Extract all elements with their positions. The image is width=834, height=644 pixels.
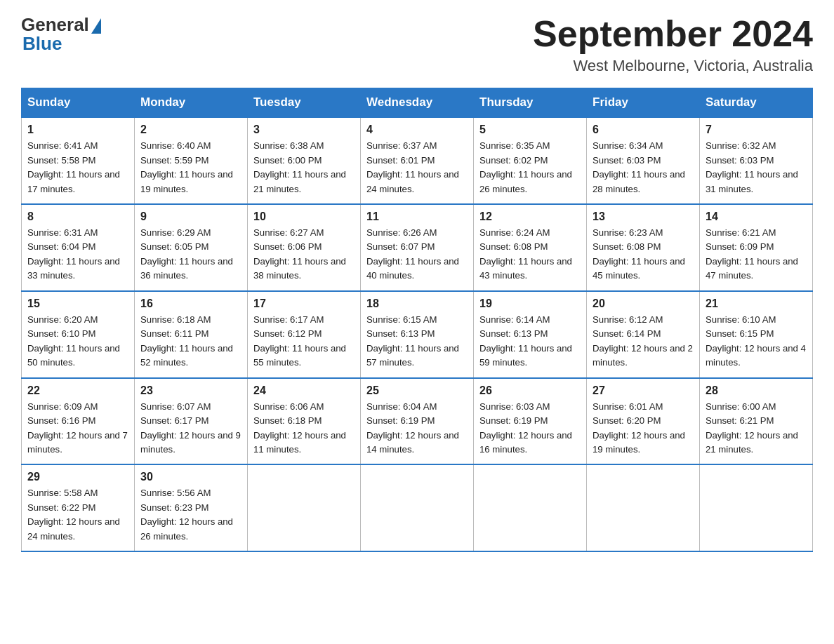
weekday-header-monday: Monday xyxy=(135,88,248,118)
day-info: Sunrise: 6:04 AMSunset: 6:19 PMDaylight:… xyxy=(366,401,459,455)
day-info: Sunrise: 6:31 AMSunset: 6:04 PMDaylight:… xyxy=(27,227,120,281)
day-info: Sunrise: 6:35 AMSunset: 6:02 PMDaylight:… xyxy=(479,140,572,194)
calendar-cell: 29 Sunrise: 5:58 AMSunset: 6:22 PMDaylig… xyxy=(22,464,135,551)
calendar-cell: 1 Sunrise: 6:41 AMSunset: 5:58 PMDayligh… xyxy=(22,117,135,204)
calendar-cell: 5 Sunrise: 6:35 AMSunset: 6:02 PMDayligh… xyxy=(474,117,587,204)
calendar-cell: 9 Sunrise: 6:29 AMSunset: 6:05 PMDayligh… xyxy=(135,204,248,291)
calendar-cell: 16 Sunrise: 6:18 AMSunset: 6:11 PMDaylig… xyxy=(135,291,248,378)
weekday-header-friday: Friday xyxy=(587,88,700,118)
day-number: 22 xyxy=(27,384,128,397)
day-number: 30 xyxy=(140,471,241,483)
calendar-cell xyxy=(361,464,474,551)
day-number: 18 xyxy=(366,297,468,310)
calendar-week-row: 22 Sunrise: 6:09 AMSunset: 6:16 PMDaylig… xyxy=(22,378,813,465)
title-block: September 2024 West Melbourne, Victoria,… xyxy=(533,14,813,75)
day-number: 5 xyxy=(479,123,581,136)
day-number: 9 xyxy=(140,210,241,223)
day-info: Sunrise: 6:20 AMSunset: 6:10 PMDaylight:… xyxy=(27,314,120,368)
day-number: 24 xyxy=(253,384,355,397)
day-info: Sunrise: 6:15 AMSunset: 6:13 PMDaylight:… xyxy=(366,314,459,368)
day-number: 8 xyxy=(27,210,128,223)
calendar-cell xyxy=(474,464,587,551)
day-info: Sunrise: 6:07 AMSunset: 6:17 PMDaylight:… xyxy=(140,401,241,455)
day-number: 15 xyxy=(27,297,128,310)
calendar-cell: 18 Sunrise: 6:15 AMSunset: 6:13 PMDaylig… xyxy=(361,291,474,378)
day-number: 27 xyxy=(593,384,694,397)
calendar-table: SundayMondayTuesdayWednesdayThursdayFrid… xyxy=(21,88,813,552)
calendar-cell: 23 Sunrise: 6:07 AMSunset: 6:17 PMDaylig… xyxy=(135,378,248,465)
calendar-cell: 2 Sunrise: 6:40 AMSunset: 5:59 PMDayligh… xyxy=(135,117,248,204)
calendar-cell xyxy=(248,464,361,551)
weekday-header-thursday: Thursday xyxy=(474,88,587,118)
calendar-cell: 19 Sunrise: 6:14 AMSunset: 6:13 PMDaylig… xyxy=(474,291,587,378)
day-number: 21 xyxy=(706,297,807,310)
day-info: Sunrise: 5:58 AMSunset: 6:22 PMDaylight:… xyxy=(27,488,120,541)
day-info: Sunrise: 6:00 AMSunset: 6:21 PMDaylight:… xyxy=(706,401,798,455)
day-number: 14 xyxy=(706,210,807,223)
calendar-week-row: 8 Sunrise: 6:31 AMSunset: 6:04 PMDayligh… xyxy=(22,204,813,291)
day-info: Sunrise: 6:03 AMSunset: 6:19 PMDaylight:… xyxy=(479,401,572,455)
day-number: 17 xyxy=(253,297,355,310)
day-number: 4 xyxy=(366,123,468,136)
calendar-cell: 30 Sunrise: 5:56 AMSunset: 6:23 PMDaylig… xyxy=(135,464,248,551)
day-number: 3 xyxy=(253,123,355,136)
calendar-week-row: 29 Sunrise: 5:58 AMSunset: 6:22 PMDaylig… xyxy=(22,464,813,551)
calendar-cell: 27 Sunrise: 6:01 AMSunset: 6:20 PMDaylig… xyxy=(587,378,700,465)
day-info: Sunrise: 6:10 AMSunset: 6:15 PMDaylight:… xyxy=(706,314,806,368)
day-info: Sunrise: 6:26 AMSunset: 6:07 PMDaylight:… xyxy=(366,227,459,281)
calendar-cell: 22 Sunrise: 6:09 AMSunset: 6:16 PMDaylig… xyxy=(22,378,135,465)
location-subtitle: West Melbourne, Victoria, Australia xyxy=(533,57,813,75)
day-number: 29 xyxy=(27,471,128,483)
calendar-cell: 21 Sunrise: 6:10 AMSunset: 6:15 PMDaylig… xyxy=(700,291,813,378)
calendar-cell: 10 Sunrise: 6:27 AMSunset: 6:06 PMDaylig… xyxy=(248,204,361,291)
day-number: 7 xyxy=(706,123,807,136)
calendar-cell: 7 Sunrise: 6:32 AMSunset: 6:03 PMDayligh… xyxy=(700,117,813,204)
day-number: 26 xyxy=(479,384,581,397)
day-number: 20 xyxy=(593,297,694,310)
day-number: 2 xyxy=(140,123,241,136)
day-number: 12 xyxy=(479,210,581,223)
logo-blue-text: Blue xyxy=(22,33,62,55)
calendar-cell: 15 Sunrise: 6:20 AMSunset: 6:10 PMDaylig… xyxy=(22,291,135,378)
day-info: Sunrise: 6:06 AMSunset: 6:18 PMDaylight:… xyxy=(253,401,346,455)
calendar-cell: 28 Sunrise: 6:00 AMSunset: 6:21 PMDaylig… xyxy=(700,378,813,465)
weekday-header-sunday: Sunday xyxy=(22,88,135,118)
calendar-cell: 17 Sunrise: 6:17 AMSunset: 6:12 PMDaylig… xyxy=(248,291,361,378)
day-info: Sunrise: 6:01 AMSunset: 6:20 PMDaylight:… xyxy=(593,401,685,455)
weekday-header-saturday: Saturday xyxy=(700,88,813,118)
day-number: 19 xyxy=(479,297,581,310)
day-info: Sunrise: 6:23 AMSunset: 6:08 PMDaylight:… xyxy=(593,227,685,281)
day-info: Sunrise: 6:14 AMSunset: 6:13 PMDaylight:… xyxy=(479,314,572,368)
calendar-cell: 13 Sunrise: 6:23 AMSunset: 6:08 PMDaylig… xyxy=(587,204,700,291)
day-info: Sunrise: 6:37 AMSunset: 6:01 PMDaylight:… xyxy=(366,140,459,194)
day-number: 16 xyxy=(140,297,241,310)
weekday-header-wednesday: Wednesday xyxy=(361,88,474,118)
day-info: Sunrise: 6:21 AMSunset: 6:09 PMDaylight:… xyxy=(706,227,798,281)
day-info: Sunrise: 6:24 AMSunset: 6:08 PMDaylight:… xyxy=(479,227,572,281)
logo: General Blue xyxy=(21,14,101,55)
day-number: 10 xyxy=(253,210,355,223)
calendar-week-row: 15 Sunrise: 6:20 AMSunset: 6:10 PMDaylig… xyxy=(22,291,813,378)
logo-triangle-icon xyxy=(91,18,101,34)
weekday-header-row: SundayMondayTuesdayWednesdayThursdayFrid… xyxy=(22,88,813,118)
calendar-cell xyxy=(587,464,700,551)
day-number: 28 xyxy=(706,384,807,397)
calendar-cell: 14 Sunrise: 6:21 AMSunset: 6:09 PMDaylig… xyxy=(700,204,813,291)
day-info: Sunrise: 6:29 AMSunset: 6:05 PMDaylight:… xyxy=(140,227,233,281)
day-number: 11 xyxy=(366,210,468,223)
day-number: 23 xyxy=(140,384,241,397)
day-info: Sunrise: 5:56 AMSunset: 6:23 PMDaylight:… xyxy=(140,488,233,541)
page-header: General Blue September 2024 West Melbour… xyxy=(21,14,813,75)
calendar-cell: 26 Sunrise: 6:03 AMSunset: 6:19 PMDaylig… xyxy=(474,378,587,465)
calendar-cell: 24 Sunrise: 6:06 AMSunset: 6:18 PMDaylig… xyxy=(248,378,361,465)
calendar-cell: 3 Sunrise: 6:38 AMSunset: 6:00 PMDayligh… xyxy=(248,117,361,204)
day-info: Sunrise: 6:34 AMSunset: 6:03 PMDaylight:… xyxy=(593,140,685,194)
calendar-cell xyxy=(700,464,813,551)
month-year-title: September 2024 xyxy=(533,14,813,54)
day-info: Sunrise: 6:18 AMSunset: 6:11 PMDaylight:… xyxy=(140,314,233,368)
day-info: Sunrise: 6:17 AMSunset: 6:12 PMDaylight:… xyxy=(253,314,346,368)
calendar-cell: 25 Sunrise: 6:04 AMSunset: 6:19 PMDaylig… xyxy=(361,378,474,465)
day-info: Sunrise: 6:38 AMSunset: 6:00 PMDaylight:… xyxy=(253,140,346,194)
day-info: Sunrise: 6:09 AMSunset: 6:16 PMDaylight:… xyxy=(27,401,128,455)
day-info: Sunrise: 6:27 AMSunset: 6:06 PMDaylight:… xyxy=(253,227,346,281)
